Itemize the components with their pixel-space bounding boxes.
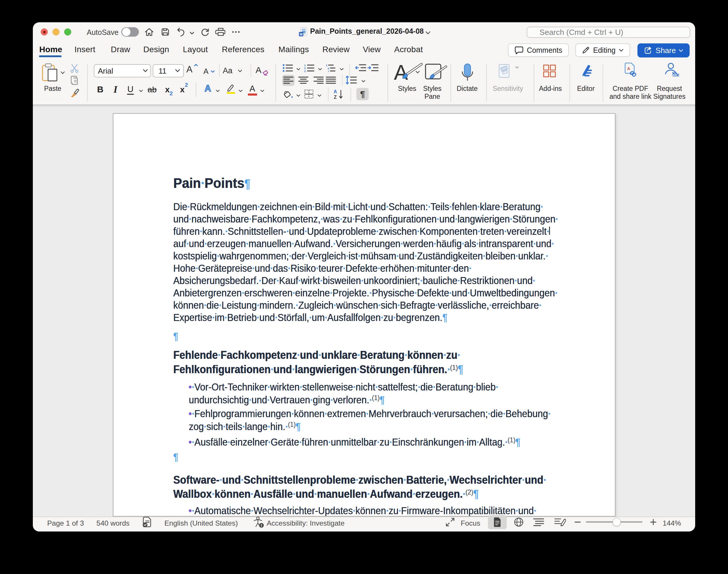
svg-text:3: 3 bbox=[304, 70, 306, 72]
svg-text:Z: Z bbox=[334, 95, 337, 100]
svg-text:W: W bbox=[300, 33, 303, 36]
svg-text:A: A bbox=[334, 89, 337, 94]
svg-text:A: A bbox=[627, 66, 630, 71]
svg-text:i: i bbox=[328, 70, 329, 72]
